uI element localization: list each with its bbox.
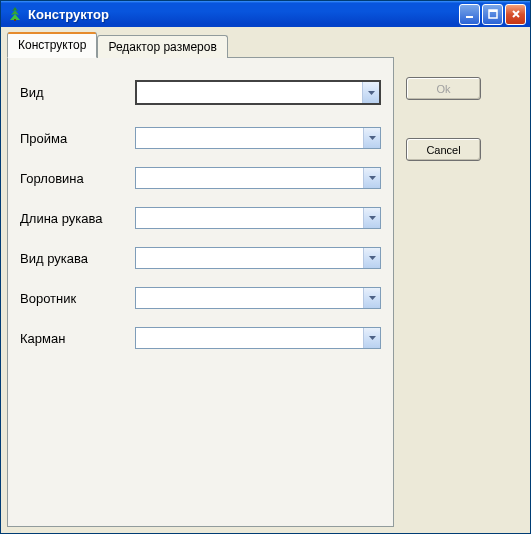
client-area: Конструктор Редактор размеров Вид Пройма (1, 27, 530, 533)
tab-strip: Конструктор Редактор размеров (7, 31, 524, 57)
combo-karman-input[interactable] (136, 328, 363, 348)
maximize-button[interactable] (482, 4, 503, 25)
combo-vid-rukava-input[interactable] (136, 248, 363, 268)
combo-gorlovina-input[interactable] (136, 168, 363, 188)
dialog-buttons: Ok Cancel (406, 77, 481, 161)
field-row-vid: Вид (20, 80, 381, 105)
app-icon (7, 6, 23, 22)
label-proyma: Пройма (20, 131, 135, 146)
window-controls (459, 4, 526, 25)
label-vorotnik: Воротник (20, 291, 135, 306)
label-karman: Карман (20, 331, 135, 346)
svg-rect-1 (14, 19, 16, 21)
combo-proyma[interactable] (135, 127, 381, 149)
svg-rect-2 (466, 16, 473, 18)
combo-vid[interactable] (135, 80, 381, 105)
combo-gorlovina[interactable] (135, 167, 381, 189)
cancel-button[interactable]: Cancel (406, 138, 481, 161)
minimize-button[interactable] (459, 4, 480, 25)
chevron-down-icon[interactable] (362, 82, 379, 103)
combo-karman[interactable] (135, 327, 381, 349)
chevron-down-icon[interactable] (363, 288, 380, 308)
close-button[interactable] (505, 4, 526, 25)
window-title: Конструктор (28, 7, 459, 22)
svg-rect-4 (489, 10, 497, 12)
field-row-vorotnik: Воротник (20, 287, 381, 309)
field-row-gorlovina: Горловина (20, 167, 381, 189)
combo-dlina-rukava-input[interactable] (136, 208, 363, 228)
tab-panel-constructor: Вид Пройма Горловина (7, 57, 394, 527)
label-vid-rukava: Вид рукава (20, 251, 135, 266)
ok-button[interactable]: Ok (406, 77, 481, 100)
chevron-down-icon[interactable] (363, 248, 380, 268)
titlebar: Конструктор (1, 1, 530, 27)
field-row-dlina-rukava: Длина рукава (20, 207, 381, 229)
tab-constructor[interactable]: Конструктор (7, 32, 97, 58)
window: Конструктор Конструктор Редактор размеро… (0, 0, 531, 534)
field-row-vid-rukava: Вид рукава (20, 247, 381, 269)
combo-proyma-input[interactable] (136, 128, 363, 148)
combo-vorotnik[interactable] (135, 287, 381, 309)
combo-vid-input[interactable] (137, 82, 362, 103)
field-row-karman: Карман (20, 327, 381, 349)
chevron-down-icon[interactable] (363, 168, 380, 188)
label-gorlovina: Горловина (20, 171, 135, 186)
tab-size-editor[interactable]: Редактор размеров (97, 35, 227, 58)
field-row-proyma: Пройма (20, 127, 381, 149)
chevron-down-icon[interactable] (363, 328, 380, 348)
combo-vid-rukava[interactable] (135, 247, 381, 269)
combo-dlina-rukava[interactable] (135, 207, 381, 229)
label-dlina-rukava: Длина рукава (20, 211, 135, 226)
combo-vorotnik-input[interactable] (136, 288, 363, 308)
chevron-down-icon[interactable] (363, 128, 380, 148)
chevron-down-icon[interactable] (363, 208, 380, 228)
label-vid: Вид (20, 85, 135, 100)
